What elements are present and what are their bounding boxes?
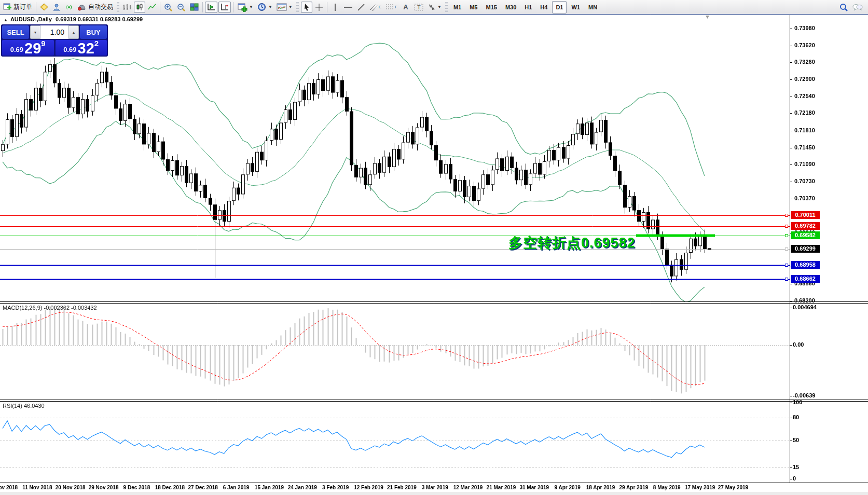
price-level-badge[interactable]: 0.69782: [791, 222, 820, 230]
toolbar-separator: [202, 2, 203, 12]
timeframe-bar: M1M5M15M30H1H4D1W1MN: [449, 1, 601, 13]
volume-input[interactable]: [40, 25, 68, 39]
time-axis-label: 1 Nov 2018: [0, 485, 18, 490]
text-label-button[interactable]: T: [412, 2, 425, 13]
rsi-axis-tick: 50: [793, 437, 799, 443]
community-button[interactable]: [851, 2, 864, 13]
toolbar-separator: [160, 2, 160, 12]
timeframe-button-d1[interactable]: D1: [552, 1, 567, 13]
price-level-badge[interactable]: 0.69582: [791, 231, 820, 239]
timeframe-button-m1[interactable]: M1: [450, 1, 465, 13]
new-order-button[interactable]: 新订单: [2, 2, 34, 13]
price-level-badge[interactable]: 0.70011: [791, 211, 820, 219]
price-axis-tick: 0.70370: [794, 195, 815, 201]
line-chart-button[interactable]: [146, 2, 158, 13]
indicators-button[interactable]: ▼: [275, 2, 294, 13]
timeframe-button-m5[interactable]: M5: [466, 1, 481, 13]
symbol-info-line: ▲AUDUSD-,Daily0.69319 0.69331 0.69283 0.…: [4, 16, 143, 22]
price-axis-tick: 0.73980: [794, 25, 815, 31]
new-chart-button[interactable]: ▼: [236, 2, 255, 13]
signal-icon: [65, 3, 73, 11]
turning-point-annotation[interactable]: 多空转折点0.69582: [508, 233, 636, 252]
cursor-button[interactable]: [301, 2, 312, 13]
signal-button[interactable]: [63, 2, 75, 13]
period-button[interactable]: ▼: [256, 2, 274, 13]
price-axis-tick: 0.72900: [794, 76, 815, 82]
trendline-icon: [357, 3, 365, 11]
candlestick-chart-button[interactable]: [134, 2, 145, 13]
tile-windows-button[interactable]: [188, 2, 200, 13]
sell-price-sup: 9: [41, 39, 45, 48]
tile-windows-icon: [190, 3, 199, 11]
crosshair-icon: [315, 3, 323, 11]
volume-stepper: ▼ ▲: [30, 25, 79, 39]
toolbar-grip[interactable]: [445, 2, 448, 12]
price-level-badge[interactable]: 0.68662: [791, 275, 820, 283]
price-level-badge[interactable]: 0.69299: [791, 245, 820, 253]
search-button[interactable]: [838, 2, 850, 13]
autotrading-icon: [77, 3, 86, 11]
auto-scroll-button[interactable]: [205, 2, 217, 13]
buy-price-small: 0.69: [63, 46, 76, 53]
profile-icon: [52, 3, 61, 11]
zoom-out-button[interactable]: [175, 2, 187, 13]
candlestick-chart-icon: [135, 3, 144, 11]
timeframe-button-h4[interactable]: H4: [536, 1, 551, 13]
time-axis-label: 31 Mar 2019: [519, 485, 549, 490]
rsi-axis-tick: 80: [793, 414, 799, 420]
horizontal-line-button[interactable]: [342, 2, 354, 13]
trendline-button[interactable]: [355, 2, 367, 13]
text-button[interactable]: A: [400, 2, 411, 13]
chart-shift-icon: [220, 3, 229, 11]
chevron-down-icon: ▼: [437, 5, 442, 9]
macd-axis-tick: 0.004694: [793, 304, 817, 310]
indicators-icon: [277, 3, 287, 11]
fibonacci-button[interactable]: F: [384, 2, 399, 13]
autotrading-button[interactable]: 自动交易: [76, 2, 115, 13]
collapse-panel-icon[interactable]: ▲: [4, 18, 8, 22]
macd-axis-tick: -0.00639: [793, 392, 815, 398]
quotes-button[interactable]: [38, 2, 50, 13]
search-icon: [839, 3, 848, 12]
chart-shift-button[interactable]: [218, 2, 231, 13]
crosshair-button[interactable]: [313, 2, 325, 13]
time-axis-label: 27 Dec 2018: [188, 485, 218, 490]
timeframe-button-mn[interactable]: MN: [585, 1, 601, 13]
toolbar-grip[interactable]: [296, 2, 299, 12]
timeframe-button-m30[interactable]: M30: [502, 1, 520, 13]
time-axis-label: 17 May 2019: [685, 485, 715, 490]
price-axis-tick: 0.71090: [794, 161, 815, 167]
zoom-in-button[interactable]: [162, 2, 174, 13]
channel-button[interactable]: E: [368, 2, 383, 13]
time-axis-label: 18 Apr 2019: [586, 485, 615, 490]
arrows-button[interactable]: ▼: [426, 2, 443, 13]
buy-price-display[interactable]: 0.69322: [56, 40, 107, 56]
buy-button[interactable]: BUY: [80, 25, 107, 39]
sell-price-display[interactable]: 0.69299: [2, 40, 54, 56]
volume-decrease-button[interactable]: ▼: [30, 25, 40, 39]
rsi-indicator-label: RSI(14) 46.0430: [3, 403, 45, 409]
price-level-badge[interactable]: 0.68958: [791, 261, 820, 269]
time-axis-label: 20 Nov 2018: [56, 485, 86, 490]
bar-chart-button[interactable]: [121, 2, 133, 13]
new-order-icon: [3, 3, 11, 11]
timeframe-button-m15[interactable]: M15: [482, 1, 500, 13]
sell-price-big: 29: [24, 42, 41, 55]
text-icon: A: [403, 3, 408, 11]
time-axis-label: 8 May 2019: [653, 485, 681, 490]
profile-button[interactable]: [51, 2, 62, 13]
chat-icon: [852, 3, 863, 11]
macd-indicator-label: MACD(12,26,9) -0.002362 -0.003432: [3, 305, 97, 311]
svg-text:T: T: [417, 4, 421, 10]
volume-increase-button[interactable]: ▲: [68, 25, 79, 39]
chart-canvas[interactable]: [0, 0, 868, 495]
timeframe-button-w1[interactable]: W1: [568, 1, 584, 13]
time-axis-label: 29 Nov 2018: [89, 485, 119, 490]
vertical-line-button[interactable]: [329, 2, 341, 13]
text-label-icon: T: [414, 3, 423, 11]
timeframe-button-h1[interactable]: H1: [521, 1, 535, 13]
time-axis-label: 15 Jan 2019: [255, 485, 284, 490]
toolbar-grip[interactable]: [117, 2, 119, 12]
sell-button[interactable]: SELL: [2, 25, 29, 39]
time-axis-label: 6 Jan 2019: [223, 485, 250, 490]
